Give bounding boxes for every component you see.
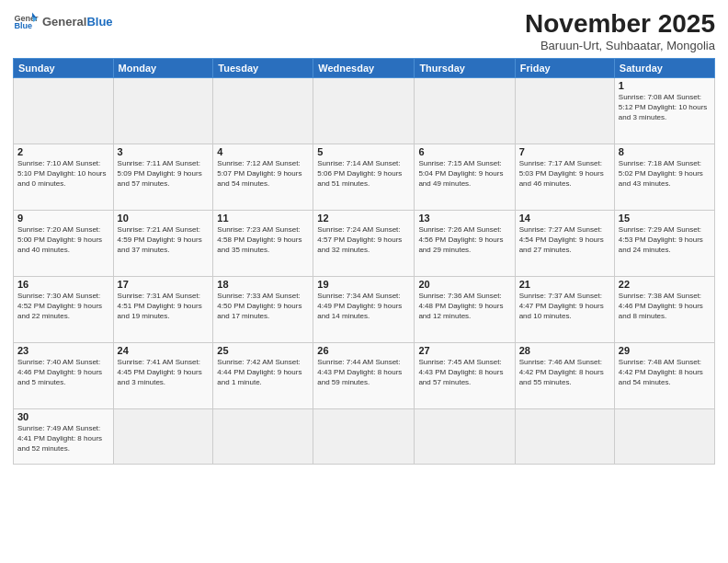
day-number: 30 [17,411,109,422]
calendar-day-cell: 12Sunrise: 7:24 AM Sunset: 4:57 PM Dayli… [313,211,415,277]
day-info: Sunrise: 7:23 AM Sunset: 4:58 PM Dayligh… [217,224,309,256]
calendar-day-cell: 20Sunrise: 7:36 AM Sunset: 4:48 PM Dayli… [415,277,515,343]
day-info: Sunrise: 7:49 AM Sunset: 4:41 PM Dayligh… [17,423,109,454]
day-info: Sunrise: 7:24 AM Sunset: 4:57 PM Dayligh… [317,224,410,256]
day-number: 21 [519,279,610,290]
day-of-week-header: Tuesday [213,59,313,78]
calendar-day-cell: 10Sunrise: 7:21 AM Sunset: 4:59 PM Dayli… [113,211,213,277]
calendar-day-cell: 1Sunrise: 7:08 AM Sunset: 5:12 PM Daylig… [614,78,714,144]
calendar-day-cell [213,409,313,465]
day-info: Sunrise: 7:44 AM Sunset: 4:43 PM Dayligh… [317,357,410,388]
day-of-week-header: Monday [113,59,213,78]
day-number: 14 [519,213,610,224]
calendar-header-row: SundayMondayTuesdayWednesdayThursdayFrid… [14,59,715,78]
svg-text:Blue: Blue [14,21,32,30]
day-number: 2 [17,146,109,157]
day-number: 27 [418,345,510,356]
day-info: Sunrise: 7:27 AM Sunset: 4:54 PM Dayligh… [519,224,610,256]
day-number: 3 [118,146,210,157]
calendar-day-cell: 23Sunrise: 7:40 AM Sunset: 4:46 PM Dayli… [14,343,114,409]
day-info: Sunrise: 7:36 AM Sunset: 4:48 PM Dayligh… [418,291,510,322]
day-info: Sunrise: 7:11 AM Sunset: 5:09 PM Dayligh… [118,158,210,190]
day-number: 29 [619,345,711,356]
calendar-day-cell [113,409,213,465]
day-of-week-header: Friday [515,59,614,78]
calendar-day-cell [415,78,515,144]
logo: General Blue GeneralBlue [13,9,113,35]
day-of-week-header: Thursday [415,59,515,78]
day-info: Sunrise: 7:26 AM Sunset: 4:56 PM Dayligh… [418,224,510,256]
calendar-day-cell: 13Sunrise: 7:26 AM Sunset: 4:56 PM Dayli… [415,211,515,277]
day-number: 15 [619,213,711,224]
calendar-day-cell: 6Sunrise: 7:15 AM Sunset: 5:04 PM Daylig… [415,144,515,211]
calendar-day-cell: 7Sunrise: 7:17 AM Sunset: 5:03 PM Daylig… [515,144,614,211]
day-of-week-header: Saturday [614,59,714,78]
day-info: Sunrise: 7:31 AM Sunset: 4:51 PM Dayligh… [118,291,210,322]
day-number: 1 [619,80,711,91]
calendar-day-cell: 16Sunrise: 7:30 AM Sunset: 4:52 PM Dayli… [14,277,114,343]
day-number: 22 [619,279,711,290]
day-number: 25 [217,345,309,356]
day-info: Sunrise: 7:14 AM Sunset: 5:06 PM Dayligh… [317,158,410,190]
calendar-day-cell: 18Sunrise: 7:33 AM Sunset: 4:50 PM Dayli… [213,277,313,343]
day-number: 17 [118,279,210,290]
day-info: Sunrise: 7:12 AM Sunset: 5:07 PM Dayligh… [217,158,309,190]
calendar-day-cell: 11Sunrise: 7:23 AM Sunset: 4:58 PM Dayli… [213,211,313,277]
day-number: 28 [519,345,610,356]
day-info: Sunrise: 7:17 AM Sunset: 5:03 PM Dayligh… [519,158,610,190]
page-header: General Blue GeneralBlue November 2025 B… [13,9,715,52]
day-info: Sunrise: 7:38 AM Sunset: 4:46 PM Dayligh… [619,291,711,322]
calendar-day-cell [515,78,614,144]
day-info: Sunrise: 7:21 AM Sunset: 4:59 PM Dayligh… [118,224,210,256]
day-info: Sunrise: 7:34 AM Sunset: 4:49 PM Dayligh… [317,291,410,322]
day-number: 20 [418,279,510,290]
day-info: Sunrise: 7:10 AM Sunset: 5:10 PM Dayligh… [17,158,109,190]
calendar-day-cell [14,78,114,144]
calendar-day-cell: 26Sunrise: 7:44 AM Sunset: 4:43 PM Dayli… [313,343,415,409]
day-info: Sunrise: 7:29 AM Sunset: 4:53 PM Dayligh… [619,224,711,256]
day-number: 13 [418,213,510,224]
calendar-day-cell: 19Sunrise: 7:34 AM Sunset: 4:49 PM Dayli… [313,277,415,343]
day-number: 12 [317,213,410,224]
day-info: Sunrise: 7:18 AM Sunset: 5:02 PM Dayligh… [619,158,711,190]
day-info: Sunrise: 7:08 AM Sunset: 5:12 PM Dayligh… [619,92,711,123]
day-info: Sunrise: 7:46 AM Sunset: 4:42 PM Dayligh… [519,357,610,388]
calendar-day-cell: 15Sunrise: 7:29 AM Sunset: 4:53 PM Dayli… [614,211,714,277]
day-info: Sunrise: 7:30 AM Sunset: 4:52 PM Dayligh… [17,291,109,322]
calendar-day-cell: 8Sunrise: 7:18 AM Sunset: 5:02 PM Daylig… [614,144,714,211]
calendar-day-cell: 22Sunrise: 7:38 AM Sunset: 4:46 PM Dayli… [614,277,714,343]
day-number: 8 [619,146,711,157]
calendar-day-cell: 27Sunrise: 7:45 AM Sunset: 4:43 PM Dayli… [415,343,515,409]
day-number: 19 [317,279,410,290]
calendar-day-cell [313,409,415,465]
calendar-day-cell [415,409,515,465]
day-info: Sunrise: 7:45 AM Sunset: 4:43 PM Dayligh… [418,357,510,388]
day-number: 16 [17,279,109,290]
day-number: 6 [418,146,510,157]
month-title: November 2025 [525,9,715,39]
calendar-day-cell: 9Sunrise: 7:20 AM Sunset: 5:00 PM Daylig… [14,211,114,277]
calendar-day-cell: 29Sunrise: 7:48 AM Sunset: 4:42 PM Dayli… [614,343,714,409]
title-block: November 2025 Baruun-Urt, Suhbaatar, Mon… [525,9,715,52]
day-number: 4 [217,146,309,157]
calendar-day-cell: 17Sunrise: 7:31 AM Sunset: 4:51 PM Dayli… [113,277,213,343]
day-info: Sunrise: 7:48 AM Sunset: 4:42 PM Dayligh… [619,357,711,388]
day-number: 5 [317,146,410,157]
day-number: 18 [217,279,309,290]
calendar-day-cell: 14Sunrise: 7:27 AM Sunset: 4:54 PM Dayli… [515,211,614,277]
day-of-week-header: Wednesday [313,59,415,78]
calendar-table: SundayMondayTuesdayWednesdayThursdayFrid… [13,58,715,465]
calendar-day-cell: 24Sunrise: 7:41 AM Sunset: 4:45 PM Dayli… [113,343,213,409]
day-info: Sunrise: 7:41 AM Sunset: 4:45 PM Dayligh… [118,357,210,388]
day-info: Sunrise: 7:33 AM Sunset: 4:50 PM Dayligh… [217,291,309,322]
calendar-day-cell [213,78,313,144]
calendar-day-cell: 30Sunrise: 7:49 AM Sunset: 4:41 PM Dayli… [14,409,114,465]
day-number: 26 [317,345,410,356]
calendar-day-cell: 5Sunrise: 7:14 AM Sunset: 5:06 PM Daylig… [313,144,415,211]
day-number: 23 [17,345,109,356]
day-number: 11 [217,213,309,224]
day-info: Sunrise: 7:40 AM Sunset: 4:46 PM Dayligh… [17,357,109,388]
calendar-day-cell: 28Sunrise: 7:46 AM Sunset: 4:42 PM Dayli… [515,343,614,409]
calendar-day-cell: 4Sunrise: 7:12 AM Sunset: 5:07 PM Daylig… [213,144,313,211]
day-number: 9 [17,213,109,224]
